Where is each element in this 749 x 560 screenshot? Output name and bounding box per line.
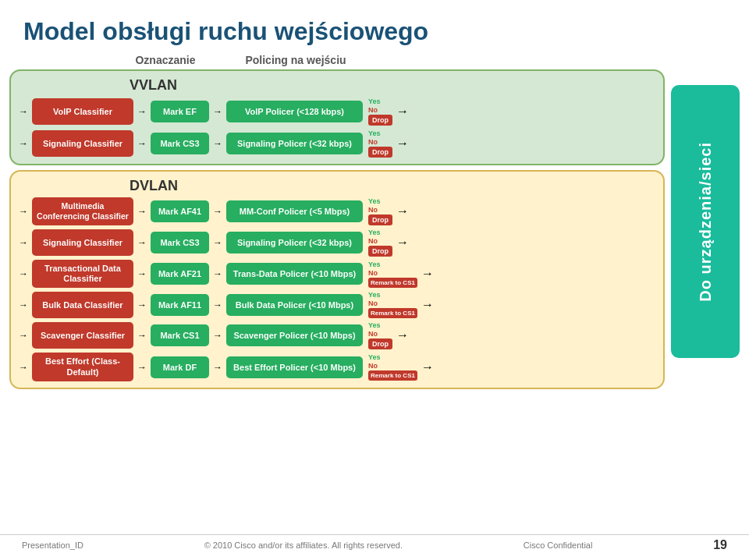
policer-bulk: Bulk Data Policer (<10 Mbps) [226,294,363,316]
yes-sig-dvlan: Yes [368,229,381,236]
mark-cs1: Mark CS1 [151,324,209,346]
classifier-voip: VoIP Classifier [32,98,133,125]
policing-header: Policing na wejściu [229,54,362,66]
no-label-sig-vvlan: No [368,138,378,146]
no-be: No [368,362,378,370]
classifier-signaling-vvlan: Signaling Classifier [32,130,133,157]
vvlan-section: VVLAN → VoIP Classifier → Mark EF → VoIP… [9,69,665,165]
drop-scav: Drop [368,338,392,349]
mark-cs3-vvlan: Mark CS3 [151,133,209,154]
remark-trans: Remark to CS1 [368,278,417,288]
drop-voip: Drop [368,115,392,126]
mark-af21: Mark AF21 [151,263,209,285]
classifier-transactional: Transactional Data Classifier [32,260,133,288]
no-sig-dvlan: No [368,237,378,245]
yes-label-sig-vvlan: Yes [368,129,381,137]
drop-mmconf: Drop [368,214,392,225]
yes-be: Yes [368,353,381,361]
policer-signaling-vvlan: Signaling Policer (<32 kbps) [226,133,363,154]
footer: Presentation_ID © 2010 Cisco and/or its … [0,534,749,555]
dvlan-row-0: → Multimedia Conferencing Classifier → M… [19,197,655,225]
footer-presentation-id: Presentation_ID [22,541,83,550]
slide: Model obsługi ruchu wejściowego Oznaczan… [0,0,749,560]
classifier-mmconf: Multimedia Conferencing Classifier [32,197,133,225]
no-scav: No [368,330,378,338]
page-title: Model obsługi ruchu wejściowego [0,0,749,54]
remark-be: Remark to CS1 [368,370,417,381]
dvlan-row-5: → Best Effort (Class-Default) → Mark DF … [19,353,655,381]
oznaczanie-header: Oznaczanie [134,54,197,66]
classifier-bulk: Bulk Data Classifier [32,292,133,318]
yes-trans: Yes [368,261,381,268]
dvlan-row-4: → Scavenger Classifier → Mark CS1 → Scav… [19,321,655,349]
drop-sig-dvlan: Drop [368,246,392,257]
yes-label-voip: Yes [368,97,381,105]
mark-cs3-dvlan: Mark CS3 [151,232,209,253]
dvlan-tag: DVLAN [130,178,178,194]
yes-bulk: Yes [368,291,381,299]
dvlan-row-3: → Bulk Data Classifier → Mark AF11 → Bul… [19,291,655,318]
right-panel: Do urządzenia/sieci [671,85,740,358]
policer-scavenger: Scavenger Policer (<10 Mbps) [226,324,363,346]
vvlan-row-0: → VoIP Classifier → Mark EF → VoIP Polic… [19,97,655,126]
policer-voip: VoIP Policer (<128 kbps) [226,101,363,122]
mark-ef: Mark EF [151,101,209,122]
classifier-signaling-dvlan: Signaling Classifier [32,229,133,256]
policer-besteffort: Best Effort Policer (<10 Mbps) [226,356,363,378]
mark-df: Mark DF [151,356,209,378]
right-panel-label: Do urządzenia/sieci [697,142,715,302]
footer-confidential: Cisco Confidential [524,541,593,550]
classifier-besteffort: Best Effort (Class-Default) [32,353,133,381]
dvlan-row-1: → Signaling Classifier → Mark CS3 → Sign… [19,229,655,257]
yes-scav: Yes [368,321,381,329]
policer-mmconf: MM-Conf Policer (<5 Mbps) [226,200,363,222]
yes-mmconf: Yes [368,197,381,205]
no-label-voip: No [368,106,378,114]
vvlan-tag: VVLAN [130,77,177,94]
footer-copyright: © 2010 Cisco and/or its affiliates. All … [204,541,403,550]
no-mmconf: No [368,206,378,214]
mark-af41: Mark AF41 [151,200,209,222]
no-trans: No [368,269,378,277]
mark-af11: Mark AF11 [151,294,209,316]
policer-transactional: Trans-Data Policer (<10 Mbps) [226,263,363,285]
classifier-scavenger: Scavenger Classifier [32,322,133,349]
footer-page-number: 19 [713,538,727,552]
dvlan-row-2: → Transactional Data Classifier → Mark A… [19,260,655,288]
dvlan-section: DVLAN → Multimedia Conferencing Classifi… [9,170,665,389]
remark-bulk: Remark to CS1 [368,308,417,318]
drop-sig-vvlan: Drop [368,147,392,158]
policer-signaling-dvlan: Signaling Policer (<32 kbps) [226,232,363,253]
vvlan-row-1: → Signaling Classifier → Mark CS3 → Sign… [19,129,655,158]
no-bulk: No [368,299,378,307]
